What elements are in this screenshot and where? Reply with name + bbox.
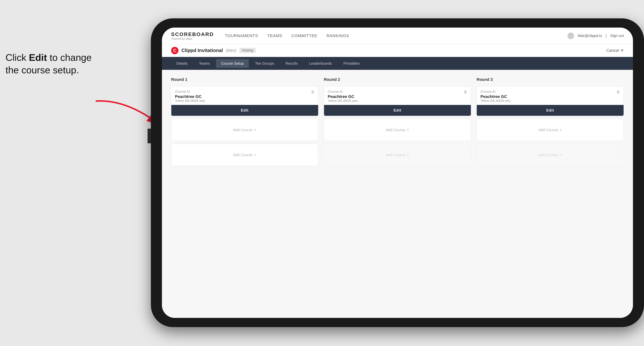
- main-content: Round 1 (Course A) Peachtree GC Yellow (…: [162, 70, 633, 318]
- round-1-add-plus-2: +: [254, 153, 256, 157]
- round-3-add-label-2: Add Course: [538, 153, 558, 157]
- annotation-line1: Click: [6, 52, 29, 63]
- round-3-add-course-2: Add Course +: [476, 144, 624, 166]
- cancel-label: Cancel: [606, 48, 619, 53]
- annotation-bold: Edit: [29, 52, 47, 63]
- tournament-bar: C Clippd Invitational (Men) Hosting Canc…: [162, 44, 633, 57]
- round-2-add-plus-1: +: [407, 128, 409, 132]
- tab-leaderboards[interactable]: Leaderboards: [304, 59, 337, 68]
- hosting-badge: Hosting: [240, 48, 256, 53]
- round-3-add-label-1: Add Course: [538, 128, 558, 132]
- round-2-add-label-1: Add Course: [386, 128, 405, 132]
- round-3-add-course-1[interactable]: Add Course +: [476, 119, 624, 141]
- tab-bar: Details Teams Course Setup Tee Groups Re…: [162, 57, 633, 70]
- separator: |: [606, 34, 606, 38]
- cancel-button[interactable]: Cancel ✕: [606, 48, 624, 53]
- round-2-column: Round 2 (Course A) Peachtree GC Yellow (…: [324, 77, 471, 166]
- round-3-delete-icon[interactable]: 🗑: [616, 89, 621, 95]
- scoreboard-logo: SCOREBOARD Powered by clippd: [171, 31, 214, 40]
- round-2-course-card: (Course A) Peachtree GC Yellow (M) (6629…: [324, 86, 471, 116]
- nav-tournaments[interactable]: TOURNAMENTS: [225, 33, 258, 38]
- tab-course-setup[interactable]: Course Setup: [216, 59, 249, 68]
- round-1-course-header: (Course A) Peachtree GC Yellow (M) (6629…: [171, 87, 318, 105]
- round-2-delete-icon[interactable]: 🗑: [463, 89, 468, 95]
- round-3-course-header: (Course A) Peachtree GC Yellow (M) (6629…: [477, 87, 624, 105]
- round-1-edit-button[interactable]: Edit: [171, 105, 318, 116]
- nav-left: SCOREBOARD Powered by clippd TOURNAMENTS…: [171, 31, 349, 40]
- round-2-add-course-1[interactable]: Add Course +: [324, 119, 471, 141]
- nav-right: blair@clippd.io | Sign out: [568, 32, 624, 39]
- nav-teams[interactable]: TEAMS: [267, 33, 282, 38]
- round-3-course-details: Yellow (M) (6629 yds): [480, 99, 620, 103]
- tab-teams[interactable]: Teams: [194, 59, 215, 68]
- round-2-add-plus-2: +: [407, 153, 409, 157]
- side-button: [148, 129, 151, 143]
- round-1-delete-icon[interactable]: 🗑: [310, 89, 316, 95]
- user-avatar: [568, 32, 574, 39]
- round-3-column: Round 3 (Course A) Peachtree GC Yellow (…: [476, 77, 624, 166]
- tablet-screen: SCOREBOARD Powered by clippd TOURNAMENTS…: [162, 27, 633, 318]
- round-2-course-details: Yellow (M) (6629 yds): [328, 99, 467, 103]
- round-1-course-label: (Course A): [175, 90, 314, 94]
- round-1-add-label-1: Add Course: [233, 128, 253, 132]
- round-1-add-label-2: Add Course: [233, 153, 253, 157]
- logo-subtitle: Powered by clippd: [171, 37, 214, 40]
- sign-out-link[interactable]: Sign out: [610, 34, 624, 38]
- nav-committee[interactable]: COMMITTEE: [292, 33, 318, 38]
- rounds-grid: Round 1 (Course A) Peachtree GC Yellow (…: [171, 77, 624, 166]
- annotation-text: Click Edit to change the course setup.: [6, 51, 101, 76]
- user-email: blair@clippd.io: [578, 34, 602, 38]
- tablet-frame: SCOREBOARD Powered by clippd TOURNAMENTS…: [151, 18, 644, 327]
- round-1-title: Round 1: [171, 77, 318, 82]
- tab-tee-groups[interactable]: Tee Groups: [250, 59, 279, 68]
- round-3-title: Round 3: [476, 77, 624, 82]
- cancel-icon: ✕: [620, 48, 624, 53]
- nav-rankings[interactable]: RANKINGS: [326, 33, 349, 38]
- round-1-course-name: Peachtree GC: [175, 94, 314, 99]
- round-2-course-header: (Course A) Peachtree GC Yellow (M) (6629…: [324, 87, 471, 105]
- round-1-column: Round 1 (Course A) Peachtree GC Yellow (…: [171, 77, 318, 166]
- round-2-edit-button[interactable]: Edit: [324, 105, 471, 116]
- round-2-course-label: (Course A): [328, 90, 467, 94]
- round-3-edit-button[interactable]: Edit: [477, 105, 624, 116]
- round-1-course-details: Yellow (M) (6629 yds): [175, 99, 314, 103]
- round-3-course-label: (Course A): [480, 90, 620, 94]
- app-content: SCOREBOARD Powered by clippd TOURNAMENTS…: [162, 27, 633, 318]
- round-3-course-name: Peachtree GC: [480, 94, 620, 99]
- tab-details[interactable]: Details: [171, 59, 193, 68]
- round-1-add-course-2[interactable]: Add Course +: [171, 144, 318, 166]
- round-2-course-name: Peachtree GC: [328, 94, 467, 99]
- tournament-gender: (Men): [226, 48, 236, 53]
- round-2-add-course-2: Add Course +: [324, 144, 471, 166]
- round-3-add-plus-2: +: [559, 153, 562, 157]
- nav-links: TOURNAMENTS TEAMS COMMITTEE RANKINGS: [225, 33, 349, 38]
- tab-printables[interactable]: Printables: [338, 59, 365, 68]
- logo-title: SCOREBOARD: [171, 31, 214, 37]
- top-nav: SCOREBOARD Powered by clippd TOURNAMENTS…: [162, 27, 633, 44]
- clippd-logo: C: [171, 47, 178, 54]
- round-1-add-course-1[interactable]: Add Course +: [171, 119, 318, 141]
- round-3-course-card: (Course A) Peachtree GC Yellow (M) (6629…: [476, 86, 624, 116]
- round-2-add-label-2: Add Course: [386, 153, 405, 157]
- tab-results[interactable]: Results: [280, 59, 303, 68]
- tournament-name: Clippd Invitational: [182, 48, 223, 53]
- round-2-title: Round 2: [324, 77, 471, 82]
- round-1-add-plus-1: +: [254, 128, 256, 132]
- tournament-info: C Clippd Invitational (Men) Hosting: [171, 47, 256, 54]
- round-3-add-plus-1: +: [559, 128, 562, 132]
- round-1-course-card: (Course A) Peachtree GC Yellow (M) (6629…: [171, 86, 318, 116]
